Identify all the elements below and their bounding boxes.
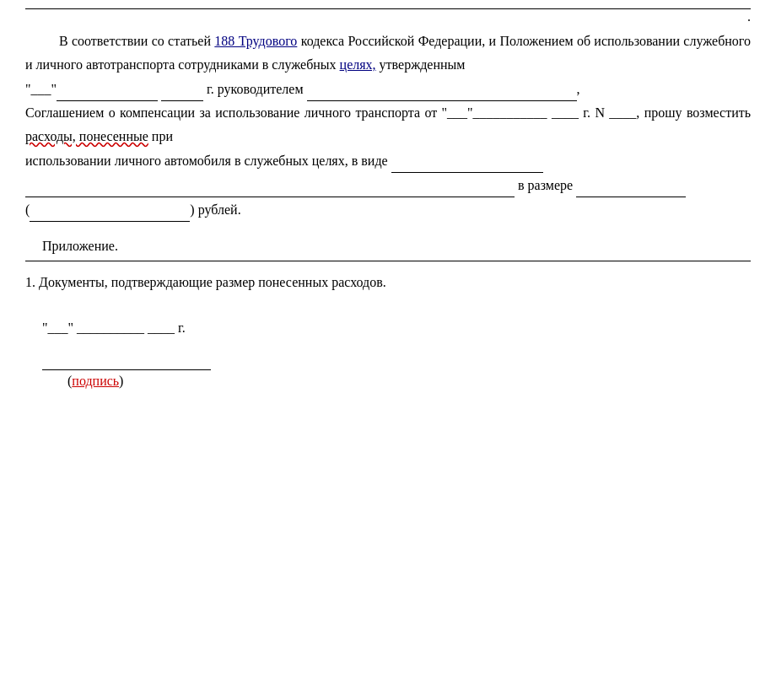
date-blank1: "___" bbox=[25, 82, 57, 96]
text-intro: В соответствии со статьей bbox=[59, 34, 211, 48]
prilozhenie-section: Приложение. 1. Документы, подтверждающие… bbox=[25, 239, 751, 304]
long-blank bbox=[25, 173, 515, 197]
signature-underline bbox=[42, 369, 211, 370]
signature-section: (подпись) bbox=[42, 369, 751, 389]
rashody-text: расходы, понесенные bbox=[25, 129, 148, 143]
razmer-blank bbox=[576, 173, 686, 197]
tselyakh-text: целях, bbox=[340, 57, 376, 72]
signature-label: (подпись) bbox=[67, 374, 751, 389]
year-blank bbox=[161, 77, 203, 101]
separator bbox=[25, 261, 751, 261]
main-body-text: В соответствии со статьей 188 Трудового … bbox=[25, 30, 751, 222]
top-period: . bbox=[25, 9, 751, 24]
article-reference: 188 Трудового bbox=[214, 34, 297, 48]
words-blank bbox=[30, 197, 190, 222]
podpis-text: подпись bbox=[72, 374, 119, 388]
document-page: . В соответствии со статьей 188 Трудовог… bbox=[0, 0, 776, 700]
vid-blank bbox=[391, 148, 543, 173]
prilozhenie-title: Приложение. bbox=[42, 239, 751, 254]
month-blank bbox=[57, 77, 158, 101]
text-utverzh: утвержденным bbox=[376, 57, 466, 72]
prilozhenie-item-1: 1. Документы, подтверждающие размер поне… bbox=[25, 268, 751, 304]
soglashenie-text: Соглашением о компенсации за использован… bbox=[25, 105, 639, 120]
footer-date: "___" __________ ____ г. bbox=[42, 320, 751, 336]
rukovoditel-blank bbox=[307, 77, 577, 101]
